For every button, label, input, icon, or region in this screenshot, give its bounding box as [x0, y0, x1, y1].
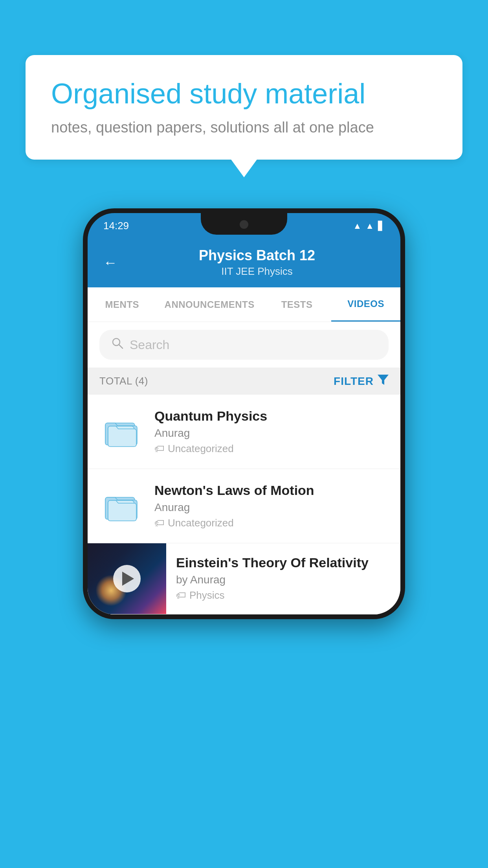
svg-line-1 — [119, 345, 123, 348]
tab-videos[interactable]: VIDEOS — [331, 287, 400, 322]
tag-icon-3: 🏷 — [176, 589, 186, 601]
phone-frame: 14:29 ▲ ▲ ▋ ← Physics Batch 12 IIT JEE P… — [83, 208, 405, 619]
tab-announcements[interactable]: ANNOUNCEMENTS — [157, 288, 262, 321]
filter-icon — [378, 375, 389, 388]
folder-thumbnail-2 — [99, 484, 143, 528]
search-icon — [111, 337, 124, 353]
header-subtitle: IIT JEE Physics — [129, 265, 385, 278]
app-header: ← Physics Batch 12 IIT JEE Physics — [88, 239, 400, 287]
speech-bubble-container: Organised study material notes, question… — [26, 55, 462, 160]
status-time: 14:29 — [103, 220, 129, 232]
tag-icon-2: 🏷 — [154, 517, 165, 529]
wifi-icon: ▲ — [353, 221, 361, 231]
video-info-2: Newton's Laws of Motion Anurag 🏷 Uncateg… — [154, 483, 389, 529]
search-container: Search — [88, 322, 400, 368]
video-author-2: Anurag — [154, 501, 389, 514]
search-placeholder: Search — [130, 338, 169, 352]
video-info-3: Einstein's Theory Of Relativity by Anura… — [166, 543, 400, 613]
video-title-3: Einstein's Theory Of Relativity — [176, 555, 391, 570]
folder-thumbnail-1 — [99, 410, 143, 453]
video-tag-1: 🏷 Uncategorized — [154, 443, 389, 455]
speech-bubble-headline: Organised study material — [51, 77, 437, 110]
speech-bubble-subtext: notes, question papers, solutions all at… — [51, 119, 437, 136]
svg-marker-2 — [378, 375, 389, 385]
video-title-1: Quantum Physics — [154, 408, 389, 424]
tag-icon-1: 🏷 — [154, 443, 165, 455]
phone-container: 14:29 ▲ ▲ ▋ ← Physics Batch 12 IIT JEE P… — [83, 208, 405, 619]
list-item[interactable]: Newton's Laws of Motion Anurag 🏷 Uncateg… — [88, 469, 400, 543]
list-item[interactable]: Einstein's Theory Of Relativity by Anura… — [88, 543, 400, 614]
filter-bar: TOTAL (4) FILTER — [88, 368, 400, 395]
tabs-bar: MENTS ANNOUNCEMENTS TESTS VIDEOS — [88, 287, 400, 322]
camera-dot — [240, 220, 248, 229]
search-input-wrapper[interactable]: Search — [99, 330, 389, 360]
status-bar: 14:29 ▲ ▲ ▋ — [88, 213, 400, 239]
header-title-group: Physics Batch 12 IIT JEE Physics — [129, 247, 385, 278]
video-tag-2: 🏷 Uncategorized — [154, 517, 389, 529]
video-thumbnail-3 — [88, 543, 166, 614]
tab-ments[interactable]: MENTS — [88, 288, 157, 321]
phone-screen: 14:29 ▲ ▲ ▋ ← Physics Batch 12 IIT JEE P… — [88, 213, 400, 614]
filter-button[interactable]: FILTER — [334, 375, 389, 388]
video-tag-3: 🏷 Physics — [176, 589, 391, 601]
play-button[interactable] — [113, 565, 141, 592]
tab-tests[interactable]: TESTS — [262, 288, 332, 321]
video-info-1: Quantum Physics Anurag 🏷 Uncategorized — [154, 408, 389, 455]
total-label: TOTAL (4) — [99, 375, 148, 387]
video-title-2: Newton's Laws of Motion — [154, 483, 389, 498]
status-icons: ▲ ▲ ▋ — [353, 221, 385, 231]
video-author-1: Anurag — [154, 427, 389, 440]
video-list: Quantum Physics Anurag 🏷 Uncategorized — [88, 395, 400, 614]
signal-icon: ▲ — [365, 221, 374, 231]
video-author-3: by Anurag — [176, 574, 391, 586]
filter-label: FILTER — [334, 375, 374, 388]
header-title: Physics Batch 12 — [129, 247, 385, 264]
back-button[interactable]: ← — [103, 254, 117, 271]
play-triangle-icon — [122, 572, 134, 586]
battery-icon: ▋ — [378, 221, 385, 231]
list-item[interactable]: Quantum Physics Anurag 🏷 Uncategorized — [88, 395, 400, 469]
speech-bubble: Organised study material notes, question… — [26, 55, 462, 160]
